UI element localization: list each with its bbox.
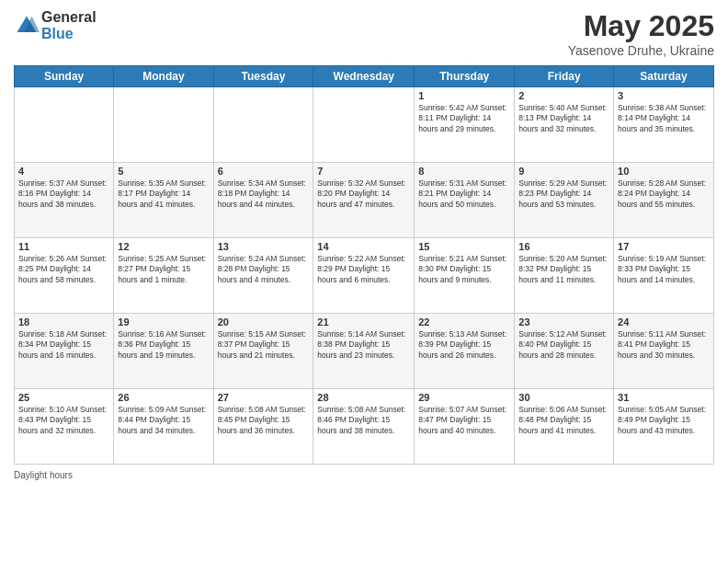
calendar-cell: 15Sunrise: 5:21 AM Sunset: 8:30 PM Dayli… — [415, 238, 515, 314]
day-info: Sunrise: 5:09 AM Sunset: 8:44 PM Dayligh… — [118, 405, 209, 436]
day-info: Sunrise: 5:38 AM Sunset: 8:14 PM Dayligh… — [618, 103, 710, 134]
day-number: 25 — [18, 392, 109, 403]
calendar-cell: 11Sunrise: 5:26 AM Sunset: 8:25 PM Dayli… — [15, 238, 114, 314]
day-number: 31 — [618, 392, 710, 403]
day-info: Sunrise: 5:35 AM Sunset: 8:17 PM Dayligh… — [118, 178, 209, 210]
day-info: Sunrise: 5:32 AM Sunset: 8:20 PM Dayligh… — [317, 178, 410, 210]
day-info: Sunrise: 5:21 AM Sunset: 8:30 PM Dayligh… — [418, 254, 510, 285]
col-sunday: Sunday — [15, 66, 114, 87]
calendar-cell: 5Sunrise: 5:35 AM Sunset: 8:17 PM Daylig… — [114, 163, 213, 238]
calendar-cell: 26Sunrise: 5:09 AM Sunset: 8:44 PM Dayli… — [114, 389, 213, 465]
calendar-cell: 31Sunrise: 5:05 AM Sunset: 8:49 PM Dayli… — [614, 389, 714, 465]
day-info: Sunrise: 5:42 AM Sunset: 8:11 PM Dayligh… — [418, 103, 510, 134]
day-info: Sunrise: 5:13 AM Sunset: 8:39 PM Dayligh… — [418, 329, 510, 361]
calendar-cell: 7Sunrise: 5:32 AM Sunset: 8:20 PM Daylig… — [313, 163, 415, 238]
calendar-cell: 16Sunrise: 5:20 AM Sunset: 8:32 PM Dayli… — [515, 238, 614, 314]
footer: Daylight hours — [14, 470, 714, 480]
day-number: 2 — [518, 90, 609, 101]
calendar-cell: 18Sunrise: 5:18 AM Sunset: 8:34 PM Dayli… — [15, 314, 114, 389]
day-number: 29 — [418, 392, 510, 403]
day-info: Sunrise: 5:05 AM Sunset: 8:49 PM Dayligh… — [618, 405, 710, 436]
col-monday: Monday — [114, 66, 213, 87]
calendar-cell: 13Sunrise: 5:24 AM Sunset: 8:28 PM Dayli… — [213, 238, 313, 314]
day-number: 1 — [418, 90, 510, 101]
logo-general: General — [41, 9, 97, 26]
calendar-cell: 30Sunrise: 5:06 AM Sunset: 8:48 PM Dayli… — [515, 389, 614, 465]
logo-text: General Blue — [41, 9, 97, 42]
calendar-cell: 17Sunrise: 5:19 AM Sunset: 8:33 PM Dayli… — [614, 238, 714, 314]
day-number: 16 — [518, 241, 609, 252]
day-number: 14 — [317, 241, 410, 252]
calendar-cell: 12Sunrise: 5:25 AM Sunset: 8:27 PM Dayli… — [114, 238, 213, 314]
footer-text: Daylight hours — [14, 470, 73, 480]
calendar-cell: 25Sunrise: 5:10 AM Sunset: 8:43 PM Dayli… — [15, 389, 114, 465]
day-info: Sunrise: 5:11 AM Sunset: 8:41 PM Dayligh… — [618, 329, 710, 361]
day-number: 6 — [218, 166, 310, 177]
calendar-cell: 20Sunrise: 5:15 AM Sunset: 8:37 PM Dayli… — [213, 314, 313, 389]
calendar-cell: 21Sunrise: 5:14 AM Sunset: 8:38 PM Dayli… — [313, 314, 415, 389]
day-number: 21 — [317, 316, 410, 327]
calendar-cell: 6Sunrise: 5:34 AM Sunset: 8:18 PM Daylig… — [213, 163, 313, 238]
calendar-cell: 8Sunrise: 5:31 AM Sunset: 8:21 PM Daylig… — [415, 163, 515, 238]
day-info: Sunrise: 5:06 AM Sunset: 8:48 PM Dayligh… — [518, 405, 609, 436]
day-number: 28 — [317, 392, 410, 403]
day-info: Sunrise: 5:20 AM Sunset: 8:32 PM Dayligh… — [518, 254, 609, 285]
day-number: 9 — [518, 166, 609, 177]
day-info: Sunrise: 5:08 AM Sunset: 8:46 PM Dayligh… — [317, 405, 410, 436]
calendar-cell: 3Sunrise: 5:38 AM Sunset: 8:14 PM Daylig… — [614, 87, 714, 163]
calendar-cell: 14Sunrise: 5:22 AM Sunset: 8:29 PM Dayli… — [313, 238, 415, 314]
day-number: 26 — [118, 392, 209, 403]
day-number: 20 — [218, 316, 310, 327]
calendar-table: Sunday Monday Tuesday Wednesday Thursday… — [14, 65, 714, 465]
day-info: Sunrise: 5:29 AM Sunset: 8:23 PM Dayligh… — [518, 178, 609, 210]
col-saturday: Saturday — [614, 66, 714, 87]
day-info: Sunrise: 5:40 AM Sunset: 8:13 PM Dayligh… — [518, 103, 609, 134]
calendar-cell: 1Sunrise: 5:42 AM Sunset: 8:11 PM Daylig… — [415, 87, 515, 163]
calendar-cell: 29Sunrise: 5:07 AM Sunset: 8:47 PM Dayli… — [415, 389, 515, 465]
header: General Blue May 2025 Yasenove Druhe, Uk… — [14, 9, 714, 58]
day-info: Sunrise: 5:16 AM Sunset: 8:36 PM Dayligh… — [118, 329, 209, 361]
calendar-cell: 28Sunrise: 5:08 AM Sunset: 8:46 PM Dayli… — [313, 389, 415, 465]
calendar-cell: 19Sunrise: 5:16 AM Sunset: 8:36 PM Dayli… — [114, 314, 213, 389]
day-number: 19 — [118, 316, 209, 327]
day-info: Sunrise: 5:28 AM Sunset: 8:24 PM Dayligh… — [618, 178, 710, 210]
day-number: 7 — [317, 166, 410, 177]
day-info: Sunrise: 5:18 AM Sunset: 8:34 PM Dayligh… — [18, 329, 109, 361]
day-number: 30 — [518, 392, 609, 403]
calendar-cell — [114, 87, 213, 163]
calendar-week-4: 18Sunrise: 5:18 AM Sunset: 8:34 PM Dayli… — [15, 314, 714, 389]
day-info: Sunrise: 5:25 AM Sunset: 8:27 PM Dayligh… — [118, 254, 209, 285]
calendar-header-row: Sunday Monday Tuesday Wednesday Thursday… — [15, 66, 714, 87]
col-thursday: Thursday — [415, 66, 515, 87]
day-info: Sunrise: 5:15 AM Sunset: 8:37 PM Dayligh… — [218, 329, 310, 361]
day-info: Sunrise: 5:14 AM Sunset: 8:38 PM Dayligh… — [317, 329, 410, 361]
day-number: 13 — [218, 241, 310, 252]
day-number: 10 — [618, 166, 710, 177]
calendar-week-5: 25Sunrise: 5:10 AM Sunset: 8:43 PM Dayli… — [15, 389, 714, 465]
calendar-cell: 24Sunrise: 5:11 AM Sunset: 8:41 PM Dayli… — [614, 314, 714, 389]
calendar-week-2: 4Sunrise: 5:37 AM Sunset: 8:16 PM Daylig… — [15, 163, 714, 238]
page: General Blue May 2025 Yasenove Druhe, Uk… — [0, 0, 728, 563]
calendar-cell: 10Sunrise: 5:28 AM Sunset: 8:24 PM Dayli… — [614, 163, 714, 238]
calendar-location: Yasenove Druhe, Ukraine — [568, 43, 714, 58]
calendar-cell: 23Sunrise: 5:12 AM Sunset: 8:40 PM Dayli… — [515, 314, 614, 389]
day-info: Sunrise: 5:37 AM Sunset: 8:16 PM Dayligh… — [18, 178, 109, 210]
day-number: 4 — [18, 166, 109, 177]
title-block: May 2025 Yasenove Druhe, Ukraine — [568, 9, 714, 58]
day-number: 3 — [618, 90, 710, 101]
calendar-cell: 22Sunrise: 5:13 AM Sunset: 8:39 PM Dayli… — [415, 314, 515, 389]
day-number: 22 — [418, 316, 510, 327]
day-info: Sunrise: 5:34 AM Sunset: 8:18 PM Dayligh… — [218, 178, 310, 210]
day-number: 27 — [218, 392, 310, 403]
day-number: 8 — [418, 166, 510, 177]
logo-blue: Blue — [41, 26, 97, 42]
day-number: 11 — [18, 241, 109, 252]
calendar-cell — [15, 87, 114, 163]
day-info: Sunrise: 5:22 AM Sunset: 8:29 PM Dayligh… — [317, 254, 410, 285]
logo: General Blue — [14, 9, 97, 42]
day-info: Sunrise: 5:31 AM Sunset: 8:21 PM Dayligh… — [418, 178, 510, 210]
day-number: 24 — [618, 316, 710, 327]
day-info: Sunrise: 5:07 AM Sunset: 8:47 PM Dayligh… — [418, 405, 510, 436]
col-friday: Friday — [515, 66, 614, 87]
calendar-cell: 27Sunrise: 5:08 AM Sunset: 8:45 PM Dayli… — [213, 389, 313, 465]
